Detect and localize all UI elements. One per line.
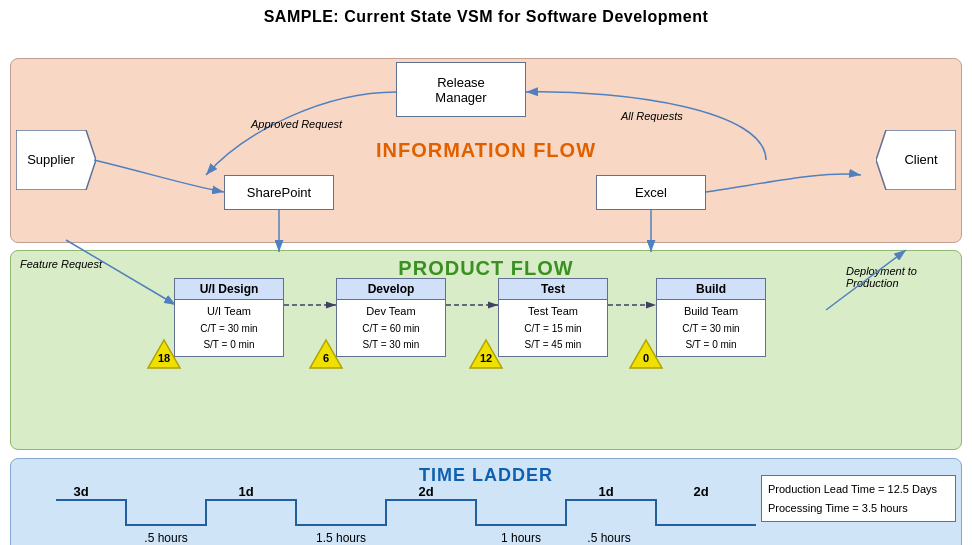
svg-text:18: 18 (158, 352, 170, 364)
svg-text:2d: 2d (418, 484, 433, 499)
process-flow-arrows (6, 285, 966, 325)
lead-time-label: Production Lead Time = 12.5 Days (768, 480, 949, 499)
queue-develop: 6 (308, 338, 344, 370)
svg-text:0: 0 (643, 352, 649, 364)
processing-time-label: Processing Time = 3.5 hours (768, 499, 949, 518)
all-requests-label: All Requests (621, 110, 683, 122)
queue-ui-design: 18 (146, 338, 182, 370)
time-ladder-svg: 3d 1d 2d 1d 2d .5 hours 1.5 hours 1 hour… (26, 480, 786, 545)
svg-text:1d: 1d (238, 484, 253, 499)
svg-text:3d: 3d (73, 484, 88, 499)
svg-text:.5 hours: .5 hours (144, 531, 187, 545)
svg-text:1d: 1d (598, 484, 613, 499)
approved-request-label: Approved Request (251, 118, 342, 130)
svg-text:.5 hours: .5 hours (587, 531, 630, 545)
svg-text:1 hours: 1 hours (501, 531, 541, 545)
product-flow-label: PRODUCT FLOW (398, 257, 573, 280)
queue-test: 12 (468, 338, 504, 370)
svg-text:12: 12 (480, 352, 492, 364)
svg-text:2d: 2d (693, 484, 708, 499)
main-title: SAMPLE: Current State VSM for Software D… (0, 0, 972, 30)
info-flow-arrows (6, 30, 966, 250)
svg-text:1.5 hours: 1.5 hours (316, 531, 366, 545)
svg-text:6: 6 (323, 352, 329, 364)
queue-build: 0 (628, 338, 664, 370)
legend-box: Production Lead Time = 12.5 Days Process… (761, 475, 956, 522)
